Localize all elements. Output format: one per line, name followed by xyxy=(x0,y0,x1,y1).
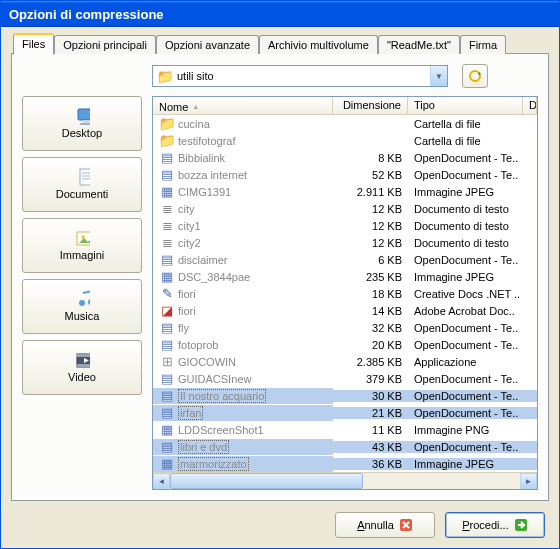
tab-strip: FilesOpzioni principaliOpzioni avanzateA… xyxy=(11,35,549,54)
file-row[interactable]: ▤libri e dvd43 KBOpenDocument - Te.. xyxy=(153,438,537,455)
svg-point-9 xyxy=(81,235,85,239)
dialog-footer: Annulla Procedi... xyxy=(1,501,559,548)
dialog-window: Opzioni di compressione FilesOpzioni pri… xyxy=(0,0,560,549)
tab-4[interactable]: "ReadMe.txt" xyxy=(378,35,460,54)
refresh-button[interactable] xyxy=(462,64,488,88)
file-row[interactable]: ▤Bibbialink8 KBOpenDocument - Te.. xyxy=(153,149,537,166)
file-row[interactable]: ≣city112 KBDocumento di testo xyxy=(153,217,537,234)
file-row[interactable]: ≣city212 KBDocumento di testo xyxy=(153,234,537,251)
places-sidebar: DesktopDocumentiImmaginiMusicaVideo xyxy=(22,96,142,490)
file-row[interactable]: ▦DSC_3844pae235 KBImmagine JPEG xyxy=(153,268,537,285)
tab-1[interactable]: Opzioni principali xyxy=(54,35,156,54)
file-row[interactable]: 📁testifotografCartella di file xyxy=(153,132,537,149)
file-row[interactable]: ≣city12 KBDocumento di testo xyxy=(153,200,537,217)
sort-asc-icon: ▲ xyxy=(192,103,199,110)
scroll-left-button[interactable]: ◄ xyxy=(153,473,170,489)
header-size[interactable]: Dimensione xyxy=(333,97,408,114)
place-video[interactable]: Video xyxy=(22,340,142,395)
tab-2[interactable]: Opzioni avanzate xyxy=(156,35,259,54)
scroll-right-button[interactable]: ► xyxy=(520,473,537,489)
file-row[interactable]: ▤irfan21 KBOpenDocument - Te.. xyxy=(153,404,537,421)
file-row[interactable]: ▤fly32 KBOpenDocument - Te.. xyxy=(153,319,537,336)
images-icon xyxy=(74,230,90,246)
tab-3[interactable]: Archivio multivolume xyxy=(259,35,378,54)
horizontal-scrollbar[interactable]: ◄ ► xyxy=(153,472,537,489)
place-desktop[interactable]: Desktop xyxy=(22,96,142,151)
place-documents[interactable]: Documenti xyxy=(22,157,142,212)
svg-point-10 xyxy=(79,300,85,306)
svg-rect-4 xyxy=(80,169,90,185)
file-row[interactable]: ▤GUIDACSInew379 KBOpenDocument - Te.. xyxy=(153,370,537,387)
file-row[interactable]: ▤Il nostro acquario30 KBOpenDocument - T… xyxy=(153,387,537,404)
combo-value: 📁 utili sito xyxy=(157,68,430,84)
proceed-button[interactable]: Procedi... xyxy=(445,512,545,538)
file-row[interactable]: ✎fiori18 KBCreative Docs .NET .. xyxy=(153,285,537,302)
file-row[interactable]: ▦LDDScreenShot111 KBImmagine PNG xyxy=(153,421,537,438)
column-headers: Nome ▲ Dimensione Tipo D xyxy=(153,97,537,115)
music-icon xyxy=(74,291,90,307)
cancel-icon xyxy=(399,518,413,532)
svg-rect-3 xyxy=(80,123,90,125)
file-row[interactable]: 📁cucinaCartella di file xyxy=(153,115,537,132)
svg-point-0 xyxy=(470,71,480,81)
scroll-track[interactable] xyxy=(170,473,520,489)
svg-rect-1 xyxy=(78,109,90,120)
svg-rect-13 xyxy=(77,354,90,357)
tab-0[interactable]: Files xyxy=(13,33,54,55)
file-row[interactable]: ◪fiori14 KBAdobe Acrobat Doc.. xyxy=(153,302,537,319)
header-type[interactable]: Tipo xyxy=(408,97,523,114)
window-title: Opzioni di compressione xyxy=(9,7,164,22)
place-music[interactable]: Musica xyxy=(22,279,142,334)
title-bar: Opzioni di compressione xyxy=(1,1,559,27)
top-row: 📁 utili sito ▼ xyxy=(152,64,538,88)
header-date[interactable]: D xyxy=(523,97,537,114)
file-row[interactable]: ⊞GIOCOWIN2.385 KBApplicazione xyxy=(153,353,537,370)
tab-5[interactable]: Firma xyxy=(460,35,506,54)
svg-rect-2 xyxy=(83,120,89,123)
svg-rect-14 xyxy=(77,364,90,367)
refresh-icon xyxy=(467,68,483,84)
file-row[interactable]: ▦marmorizzato36 KBImmagine JPEG xyxy=(153,455,537,472)
content-area: FilesOpzioni principaliOpzioni avanzateA… xyxy=(1,27,559,501)
main-row: DesktopDocumentiImmaginiMusicaVideo Nome… xyxy=(22,96,538,490)
cancel-button[interactable]: Annulla xyxy=(335,512,435,538)
svg-point-11 xyxy=(88,299,90,305)
scroll-thumb[interactable] xyxy=(170,473,363,489)
file-listview[interactable]: Nome ▲ Dimensione Tipo D 📁cucinaCartella… xyxy=(152,96,538,490)
video-icon xyxy=(74,352,90,368)
file-row[interactable]: ▦CIMG13912.911 KBImmagine JPEG xyxy=(153,183,537,200)
tab-panel: 📁 utili sito ▼ DesktopDocumentiImmaginiM… xyxy=(11,53,549,501)
file-row[interactable]: ▤bozza internet52 KBOpenDocument - Te.. xyxy=(153,166,537,183)
header-name[interactable]: Nome ▲ xyxy=(153,97,333,114)
desktop-icon xyxy=(74,108,90,124)
combo-dropdown-button[interactable]: ▼ xyxy=(430,66,447,86)
proceed-icon xyxy=(514,518,528,532)
file-row[interactable]: ▤disclaimer6 KBOpenDocument - Te.. xyxy=(153,251,537,268)
path-combobox[interactable]: 📁 utili sito ▼ xyxy=(152,65,448,87)
place-images[interactable]: Immagini xyxy=(22,218,142,273)
folder-icon: 📁 xyxy=(157,68,173,84)
file-row[interactable]: ▤fotoprob20 KBOpenDocument - Te.. xyxy=(153,336,537,353)
file-rows: 📁cucinaCartella di file📁testifotografCar… xyxy=(153,115,537,472)
documents-icon xyxy=(74,169,90,185)
